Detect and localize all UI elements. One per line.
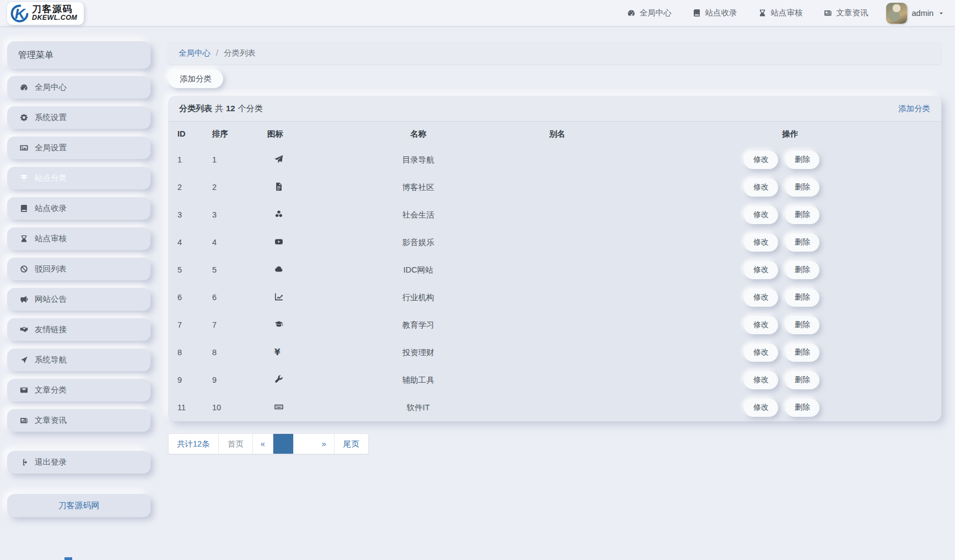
header-actions: 操作 (639, 122, 941, 146)
edit-button[interactable]: 修改 (744, 344, 778, 362)
breadcrumb-current: 分类列表 (224, 48, 256, 58)
yen-icon: ¥ (274, 347, 280, 357)
pagination: 共计12条 首页 « » 尾页 (168, 433, 369, 454)
edit-button[interactable]: 修改 (744, 316, 778, 334)
top-nav-item[interactable]: 站点审核 (758, 8, 803, 18)
edit-button[interactable]: 修改 (744, 261, 778, 279)
sidebar-item[interactable]: 文章分类 (7, 379, 150, 401)
panel-title: 分类列表 共 12 个分类 (179, 104, 263, 114)
delete-button[interactable]: 删除 (785, 151, 819, 169)
pagination-next[interactable]: » (314, 434, 334, 454)
table-row: 4 4 影音娱乐 修改 删除 (168, 229, 941, 256)
cell-id: 4 (168, 229, 212, 256)
sidebar-item[interactable]: 站点分类 (7, 167, 150, 189)
sidebar-item-label: 文章分类 (35, 385, 67, 395)
sidebar-item[interactable]: 文章资讯 (7, 409, 150, 432)
cell-icon (267, 256, 361, 284)
add-category-button[interactable]: 添加分类 (168, 69, 223, 88)
bottom-blue-fragment (64, 557, 72, 560)
cell-actions: 修改 删除 (639, 229, 941, 256)
delete-button[interactable]: 删除 (785, 206, 819, 224)
sidebar-footer-link[interactable]: 刀客源码网 (7, 494, 150, 517)
cell-order: 6 (212, 284, 267, 311)
file-alt-icon (274, 182, 283, 191)
cell-alias (476, 394, 639, 421)
chart-line-icon (274, 292, 283, 301)
edit-button[interactable]: 修改 (744, 151, 778, 169)
sidebar-item-label: 站点审核 (35, 233, 67, 244)
cell-alias (476, 256, 639, 284)
edit-button[interactable]: 修改 (744, 206, 778, 224)
delete-button[interactable]: 删除 (785, 344, 819, 362)
table-body: 1 1 目录导航 修改 删除 (168, 146, 941, 421)
cell-icon (267, 394, 361, 421)
delete-button[interactable]: 删除 (785, 233, 819, 252)
sidebar-title: 管理菜单 (7, 41, 150, 69)
cell-id: 5 (168, 256, 212, 284)
edit-button[interactable]: 修改 (744, 399, 778, 417)
top-nav-item[interactable]: 文章资讯 (824, 8, 868, 18)
pagination-last[interactable]: 尾页 (334, 434, 368, 454)
delete-button[interactable]: 删除 (785, 178, 819, 197)
topbar: K 刀客源码 DKEWL.COM 全局中心 站点收录 站点审核 文章资讯 adm… (0, 0, 955, 26)
sidebar-item[interactable]: 驳回列表 (7, 258, 150, 280)
pagination-page[interactable] (294, 434, 314, 454)
cell-name: 辅助工具 (361, 366, 476, 394)
header-id: ID (168, 122, 212, 146)
logout-button[interactable]: 退出登录 (7, 451, 150, 474)
pagination-first[interactable]: 首页 (219, 434, 253, 454)
cell-actions: 修改 删除 (639, 256, 941, 284)
panel-add-category-link[interactable]: 添加分类 (898, 104, 930, 114)
sidebar-item[interactable]: 网站公告 (7, 288, 150, 311)
top-nav-item[interactable]: 全局中心 (627, 8, 672, 18)
sidebar-item[interactable]: 系统导航 (7, 349, 150, 371)
edit-button[interactable]: 修改 (744, 178, 778, 197)
sidebar-item[interactable]: 站点审核 (7, 227, 150, 250)
user-menu[interactable]: admin (886, 3, 945, 24)
logo[interactable]: K 刀客源码 DKEWL.COM (7, 2, 84, 25)
cell-alias (476, 339, 639, 366)
cell-name: 行业机构 (361, 284, 476, 311)
logo-k-icon: K (10, 4, 29, 23)
delete-button[interactable]: 删除 (785, 371, 819, 389)
cell-name: 目录导航 (361, 146, 476, 173)
delete-button[interactable]: 删除 (785, 289, 819, 307)
top-nav-item-label: 站点收录 (705, 8, 737, 18)
pagination-prev[interactable]: « (253, 434, 273, 454)
breadcrumb-parent-link[interactable]: 全局中心 (179, 48, 211, 58)
breadcrumb: 全局中心 / 分类列表 (168, 41, 941, 64)
cell-alias (476, 311, 639, 339)
youtube-icon (274, 237, 283, 246)
panel-header: 分类列表 共 12 个分类 添加分类 (168, 96, 941, 122)
cell-icon (267, 284, 361, 311)
sidebar-item[interactable]: 系统设置 (7, 106, 150, 129)
cell-alias (476, 284, 639, 311)
header-alias: 别名 (476, 122, 639, 146)
avatar[interactable] (886, 3, 907, 24)
sidebar-item-label: 文章资讯 (35, 415, 67, 426)
cell-order: 8 (212, 339, 267, 366)
table-row: 7 7 教育学习 修改 删除 (168, 311, 941, 339)
delete-button[interactable]: 删除 (785, 261, 819, 279)
delete-button[interactable]: 删除 (785, 399, 819, 417)
cell-alias (476, 366, 639, 394)
cell-alias (476, 229, 639, 256)
sidebar-item[interactable]: 友情链接 (7, 318, 150, 341)
sidebar-item[interactable]: 站点收录 (7, 197, 150, 220)
hourglass-icon (19, 235, 29, 243)
delete-button[interactable]: 删除 (785, 316, 819, 334)
sidebar-item-label: 全局设置 (35, 143, 67, 153)
sidebar-item[interactable]: 全局中心 (7, 76, 150, 99)
cell-order: 10 (212, 394, 267, 421)
top-nav-item[interactable]: 站点收录 (693, 8, 737, 18)
cell-name: 博客社区 (361, 173, 476, 201)
sidebar-item-label: 站点收录 (35, 203, 67, 214)
header-icon: 图标 (267, 122, 361, 146)
pagination-page[interactable] (273, 434, 294, 454)
cell-actions: 修改 删除 (639, 339, 941, 366)
pagination-total: 共计12条 (169, 434, 219, 454)
edit-button[interactable]: 修改 (744, 233, 778, 252)
edit-button[interactable]: 修改 (744, 289, 778, 307)
edit-button[interactable]: 修改 (744, 371, 778, 389)
sidebar-item[interactable]: 全局设置 (7, 137, 150, 159)
